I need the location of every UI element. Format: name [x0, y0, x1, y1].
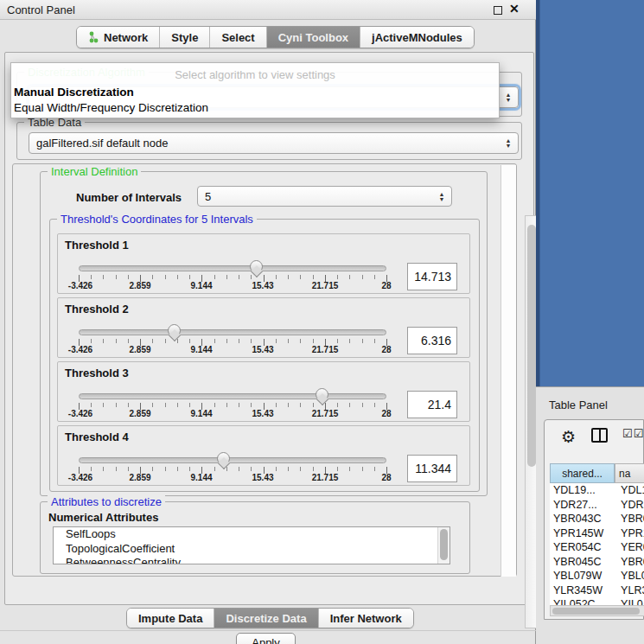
interval-definition-group: Interval Definition Number of Intervals …	[40, 171, 488, 496]
tick-label: 21.715	[312, 281, 339, 290]
cell: YDR2	[621, 499, 644, 511]
tick-label: -3.426	[68, 345, 92, 354]
table-panel-title: Table Panel	[549, 399, 608, 411]
table-data-combobox[interactable]: galFiltered.sif default node ▲▼	[29, 132, 519, 154]
tab-label: Infer Network	[330, 612, 402, 625]
dropdown-option-manual[interactable]: Manual Discretization	[14, 86, 134, 99]
tab-discretize-data[interactable]: Discretize Data	[214, 609, 317, 628]
table-row[interactable]: YBL079WYBL0	[550, 569, 644, 583]
panel-scrollbar-thumb[interactable]	[527, 225, 536, 467]
slider-thumb[interactable]	[250, 260, 263, 273]
tab-jactivemnodules[interactable]: jActiveMNodules	[360, 27, 474, 48]
tick-label: 28	[381, 345, 391, 354]
tick-label: 21.715	[312, 409, 339, 418]
tab-label: Network	[104, 31, 148, 44]
table-horizontal-scrollbar[interactable]	[550, 605, 644, 616]
group-title: Interval Definition	[48, 165, 141, 178]
cell: YPR145W	[550, 527, 621, 539]
list-item[interactable]: SelfLoops	[54, 527, 450, 542]
attributes-group: Attributes to discretize Numerical Attri…	[40, 501, 470, 574]
table-row[interactable]: YPR145WYPR1	[550, 526, 644, 541]
number-of-intervals-label: Number of Intervals	[76, 191, 182, 204]
table-row[interactable]: YLR345WYLR3	[550, 583, 644, 598]
apply-button[interactable]: Apply	[236, 633, 296, 644]
table-row[interactable]: YER054CYER0	[550, 540, 644, 555]
column-header-shared-name[interactable]: shared...	[550, 463, 615, 483]
tab-label: Discretize Data	[226, 612, 306, 625]
slider-track[interactable]	[79, 329, 386, 335]
table-columns-icon[interactable]	[591, 428, 608, 443]
tab-label: jActiveMNodules	[372, 31, 462, 44]
tick-label: 9.144	[190, 345, 212, 354]
cell: YBR045C	[550, 556, 621, 568]
column-header-name[interactable]: na	[615, 463, 644, 483]
cytoscape-desktop: GAL80 GA C GAL11 GAL4 GCY1 H HAP2	[536, 0, 644, 386]
table-row[interactable]: YDR27...YDR2	[550, 498, 644, 513]
slider-track[interactable]	[79, 393, 386, 399]
table-row[interactable]: YIL052CYIL0	[550, 597, 644, 605]
settings-scroll-container: Interval Definition Number of Intervals …	[12, 163, 517, 577]
cell: YDL1	[621, 484, 644, 496]
list-scrollbar-thumb[interactable]	[440, 529, 448, 560]
close-icon[interactable]: ✕	[509, 2, 520, 16]
group-title: Attributes to discretize	[48, 495, 165, 508]
inner-scrollbar[interactable]	[501, 165, 516, 577]
tick-label: -3.426	[68, 281, 92, 290]
gear-icon[interactable]: ⚙	[561, 427, 576, 447]
table-row[interactable]: YDL19...YDL1	[550, 483, 644, 498]
slider-ticks	[79, 467, 387, 474]
list-scrollbar[interactable]	[437, 527, 450, 564]
algorithm-dropdown-popup: Select algorithm to view settings Manual…	[10, 62, 500, 118]
slider-thumb[interactable]	[316, 388, 328, 401]
tab-infer-network[interactable]: Infer Network	[318, 609, 413, 628]
numerical-attributes-label: Numerical Attributes	[48, 511, 158, 524]
tab-impute-data[interactable]: Impute Data	[127, 609, 214, 628]
threshold-value-field[interactable]: 21.4	[407, 391, 457, 418]
threshold-value-field[interactable]: 11.344	[407, 455, 457, 482]
slider-ticks	[79, 275, 387, 282]
tick-label: 9.144	[190, 473, 212, 482]
threshold-value-field[interactable]: 6.316	[407, 327, 457, 354]
threshold-label: Threshold 2	[65, 303, 129, 316]
screen: Control Panel ✕ Network Style Se	[0, 0, 644, 644]
cell: YIL0	[621, 598, 644, 605]
float-icon[interactable]	[494, 6, 502, 15]
tick-label: 9.144	[190, 409, 212, 418]
dropdown-option-equal-width[interactable]: Equal Width/Frequency Discretization	[14, 101, 208, 114]
divider	[0, 630, 536, 631]
tick-label: 28	[381, 409, 391, 418]
tab-select[interactable]: Select	[209, 27, 265, 48]
slider-thumb[interactable]	[168, 324, 181, 337]
combobox-value: 5	[205, 190, 211, 203]
table-row[interactable]: YBR043CYBR0	[550, 512, 644, 526]
tick-label: 21.715	[312, 473, 339, 482]
slider-ticks	[79, 339, 387, 346]
cell: YBR043C	[550, 513, 621, 525]
table-row[interactable]: YBR045CYBR0	[550, 555, 644, 570]
table-panel: Table Panel ⚙ ☑☑ shared... na YDL19...YD…	[536, 386, 644, 644]
cell: YLR3	[621, 584, 644, 596]
number-of-intervals-combobox[interactable]: 5 ▲▼	[197, 186, 452, 207]
dropdown-prompt-item: Select algorithm to view settings	[11, 68, 499, 81]
tick-label: 2.859	[129, 345, 150, 354]
tab-network[interactable]: Network	[77, 27, 159, 48]
stepper-icon: ▲▼	[436, 188, 448, 205]
list-item[interactable]: TopologicalCoefficient	[54, 542, 450, 557]
tab-style[interactable]: Style	[159, 27, 209, 48]
table-scrollbar-thumb[interactable]	[552, 608, 640, 615]
threshold-label: Threshold 4	[65, 430, 129, 443]
cell: YBR0	[621, 556, 644, 568]
slider-track[interactable]	[79, 457, 386, 463]
panel-title: Control Panel	[7, 3, 75, 16]
slider-thumb[interactable]	[217, 452, 230, 465]
cell: YLR345W	[550, 584, 621, 596]
cell: YBL079W	[550, 570, 621, 582]
slider-track[interactable]	[79, 265, 386, 271]
bottom-tab-bar: Impute Data Discretize Data Infer Networ…	[126, 608, 414, 628]
table-rows: YDL19...YDL1 YDR27...YDR2 YBR043CYBR0 YP…	[550, 483, 644, 605]
cell: YPR1	[621, 527, 644, 539]
tab-cyni-toolbox[interactable]: Cyni Toolbox	[266, 27, 360, 48]
threshold-value-field[interactable]: 14.713	[407, 263, 457, 290]
select-columns-checkbox-icon[interactable]: ☑☑	[622, 427, 644, 440]
list-item[interactable]: BetweennessCentrality	[54, 556, 450, 564]
